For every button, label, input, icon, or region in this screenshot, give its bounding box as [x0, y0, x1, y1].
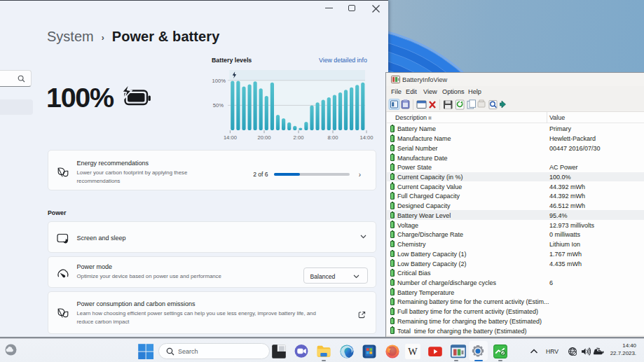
svg-text:100%: 100%	[212, 78, 226, 84]
svg-text:14:00: 14:00	[224, 134, 237, 141]
svg-text:50%: 50%	[213, 102, 224, 109]
svg-text:20:00: 20:00	[257, 134, 270, 141]
svg-text:14:00: 14:00	[359, 134, 373, 141]
svg-text:W: W	[408, 346, 418, 357]
svg-text:8:00: 8:00	[328, 134, 338, 141]
svg-text:2:00: 2:00	[294, 134, 304, 141]
